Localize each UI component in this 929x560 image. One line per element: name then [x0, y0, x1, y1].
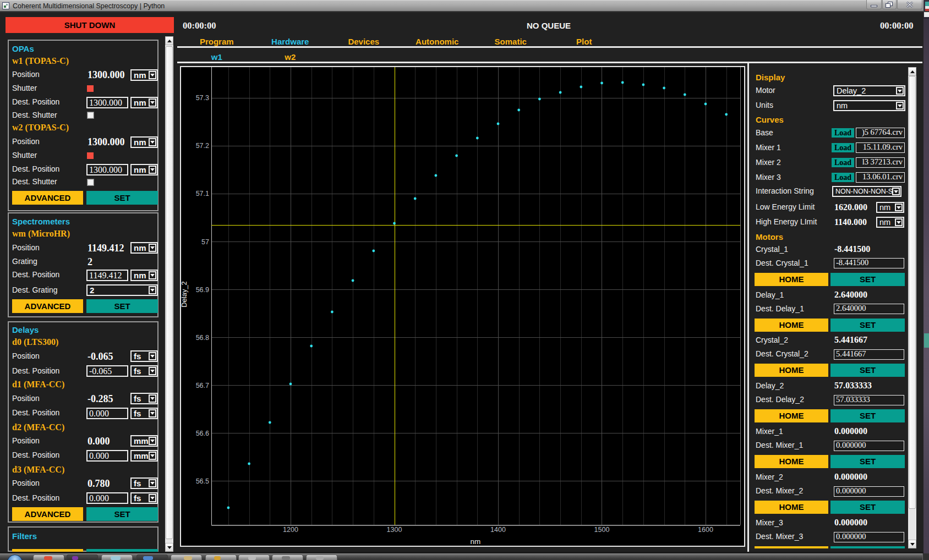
svg-text:57.2: 57.2 [196, 142, 209, 150]
svg-text:56.5: 56.5 [196, 477, 209, 485]
svg-text:1400: 1400 [490, 526, 506, 534]
svg-text:57.1: 57.1 [196, 190, 209, 197]
svg-text:nm: nm [471, 537, 481, 546]
svg-text:56.8: 56.8 [196, 334, 209, 342]
svg-text:57.3: 57.3 [196, 94, 209, 102]
svg-text:57: 57 [201, 238, 209, 246]
svg-text:56.7: 56.7 [196, 382, 209, 389]
svg-text:Delay_2: Delay_2 [181, 281, 188, 308]
svg-text:1200: 1200 [283, 526, 298, 534]
svg-text:56.6: 56.6 [196, 430, 209, 437]
svg-text:1300: 1300 [387, 526, 402, 534]
svg-text:1600: 1600 [698, 526, 713, 534]
svg-text:56.9: 56.9 [196, 286, 209, 294]
svg-text:1500: 1500 [594, 526, 610, 534]
